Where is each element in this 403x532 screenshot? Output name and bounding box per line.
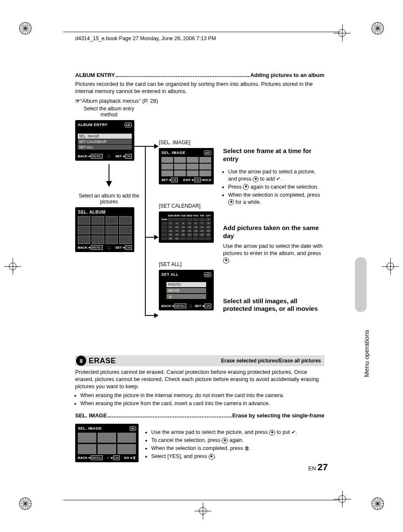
section-tab (355, 257, 367, 312)
lcd-set-all: SET ALLxD PHOTO MOVIE 🔒 BACK◄MENU⬚SET◄OK (159, 270, 214, 310)
ok-button-icon: ✽ (209, 454, 215, 460)
sel-image-steps: Use the arrow pad to select a picture, a… (223, 168, 324, 206)
set-calendar-heading: Add pictures taken on the same day (223, 224, 324, 240)
connector-arrow-icon (134, 146, 158, 147)
ok-button-icon: ✽ (253, 176, 259, 182)
album-entry-ref: ☞“Album playback menus” (P. 28) (75, 98, 324, 105)
crosshair-icon (382, 258, 399, 275)
ok-button-icon: ✽ (243, 184, 249, 190)
heading-lead: ALBUM ENTRY (75, 72, 115, 78)
heading-tail: Adding pictures to an album (250, 72, 324, 78)
erase-title: ERASE (89, 356, 116, 365)
reg-mark-icon (371, 497, 384, 510)
ok-button-icon: ✽ (228, 199, 234, 205)
connector-line (145, 146, 146, 315)
reg-mark-icon (19, 497, 32, 510)
trash-icon: 🗑 (245, 445, 250, 452)
select-album-caption: Select an album to add the pictures (75, 193, 143, 205)
set-calendar-desc: Use the arrow pad to select the date wit… (223, 243, 324, 264)
crosshair-icon (334, 25, 351, 41)
erase-heading: 8 ERASE Erase selected pictures/Erase al… (75, 355, 324, 366)
erase-description: Protected pictures cannot be erased. Can… (75, 369, 324, 390)
set-calendar-caption: [SET CALENDAR] (159, 203, 218, 209)
page-content: ALBUM ENTRY Adding pictures to an album … (75, 72, 324, 105)
lcd-sel-image: SEL. IMAGExD SET◄OKEXIT◄OK HOLD (159, 148, 214, 184)
connector-arrow-icon (145, 315, 158, 316)
sel-image-caption: [SEL. IMAGE] (159, 140, 218, 145)
section-label: Menu operations (363, 330, 370, 377)
bottom-rule (63, 500, 340, 500)
set-all-caption: [SET ALL] (159, 261, 218, 267)
method-caption: Select the album entry method (75, 106, 143, 118)
ok-button-icon: ✽ (222, 438, 228, 444)
ok-button-icon: ✽ (269, 430, 275, 436)
arrow-down-icon (109, 164, 109, 181)
reference-icon: ☞ (75, 98, 80, 104)
lcd-sel-album: SEL. ALBUM BACK◄MENU⬚SET◄OK (75, 207, 134, 252)
erase-subtitle: Erase selected pictures/Erase all pictur… (221, 358, 324, 364)
top-rule (63, 32, 340, 32)
book-header: d4314_15_e.book Page 27 Monday, June 26,… (75, 36, 216, 41)
erase-notes: When erasing the picture in the internal… (75, 392, 324, 407)
lcd-album-entry: ALBUM ENTRYxD SEL. IMAGE SET CALENDAR SE… (75, 120, 134, 161)
arrow-down-icon (106, 181, 112, 187)
album-entry-description: Pictures recorded to the card can be org… (75, 81, 324, 95)
sel-image-heading: Select one frame at a time for entry (223, 147, 324, 163)
set-all-heading: Select all still images, all protected i… (223, 297, 324, 313)
reg-mark-icon (19, 22, 32, 35)
lcd-set-calendar: SUNMONTUEWEDTHUFRISAT 20061 2345678 9101… (159, 211, 214, 243)
crosshair-icon (4, 258, 21, 275)
connector-arrow-icon (145, 237, 158, 238)
crosshair-icon (334, 491, 351, 507)
ok-button-icon: ✽ (223, 258, 229, 263)
erase-steps: Use the arrow pad to select the picture,… (146, 429, 324, 461)
crosshair-icon (194, 502, 211, 519)
page-number: EN 27 (308, 462, 328, 473)
sel-image-erase-heading: SEL. IMAGE Erase by selecting the single… (75, 412, 324, 419)
section-number-icon: 8 (76, 356, 86, 366)
album-entry-heading: ALBUM ENTRY Adding pictures to an album (75, 72, 324, 78)
lcd-erase-sel-image: SEL. IMAGEIN BACK◄MENU✓◄OKGO◄🗑 (75, 424, 139, 462)
reg-mark-icon (371, 22, 384, 35)
